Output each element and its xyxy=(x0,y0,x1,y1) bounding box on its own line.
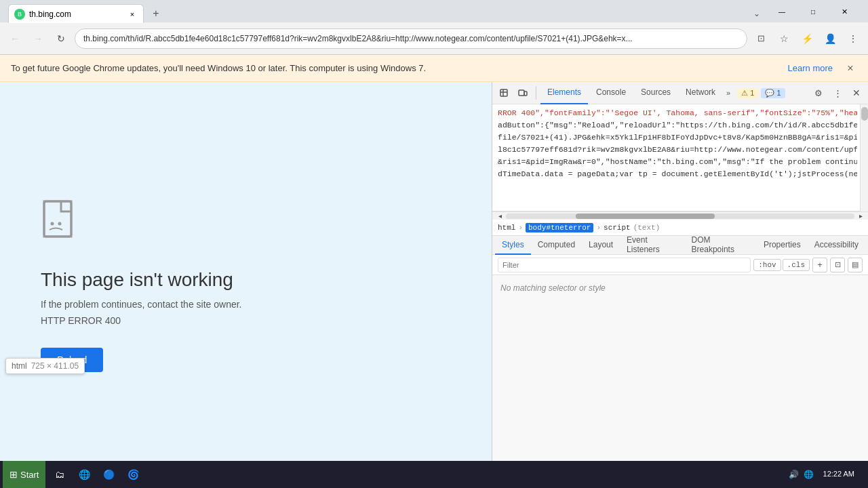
active-tab[interactable]: B th.bing.com × xyxy=(8,4,144,23)
taskbar-icon-3: 🔵 xyxy=(102,468,115,481)
html-tag-label: html xyxy=(12,361,27,371)
breadcrumb-body[interactable]: body#tneterror xyxy=(526,223,593,232)
devtools-tab-console[interactable]: Console xyxy=(589,82,633,104)
windows-icon: ⊞ xyxy=(9,469,18,480)
cls-button[interactable]: .cls xyxy=(783,259,810,271)
error-icon xyxy=(41,198,81,253)
bookmark-button[interactable]: ☆ xyxy=(774,29,793,48)
taskbar-clock: 12:22 AM xyxy=(818,469,860,479)
styles-tabs: Styles Computed Layout Event Listeners D… xyxy=(492,236,868,255)
code-scrollbar-thumb[interactable] xyxy=(861,107,868,121)
device-toolbar-button[interactable] xyxy=(514,84,532,102)
breadcrumb-text: (text) xyxy=(633,224,660,232)
styles-tab-computed[interactable]: Computed xyxy=(531,236,582,255)
browser-window: B th.bing.com × + ⌄ — □ ✕ ← → ↻ th.bing.… xyxy=(0,0,868,488)
error-title: This page isn't working xyxy=(41,269,233,291)
styles-tab-properties[interactable]: Properties xyxy=(757,236,808,255)
learn-more-link[interactable]: Learn more xyxy=(788,63,833,73)
styles-panel: Styles Computed Layout Event Listeners D… xyxy=(492,236,868,488)
profile-button[interactable]: 👤 xyxy=(821,29,840,48)
clock-time: 12:22 AM xyxy=(823,469,854,479)
maximize-button[interactable]: □ xyxy=(797,1,829,23)
styles-tab-accessibility[interactable]: Accessibility xyxy=(808,236,865,255)
svg-rect-7 xyxy=(524,92,527,96)
inspect-element-button[interactable] xyxy=(495,84,513,102)
tab-close-button[interactable]: × xyxy=(127,9,138,20)
error-subtitle: If the problem continues, contact the si… xyxy=(41,299,242,310)
error-code: HTTP ERROR 400 xyxy=(41,315,121,326)
back-button[interactable]: ← xyxy=(5,29,24,48)
scrollbar-track[interactable] xyxy=(506,214,854,219)
close-button[interactable]: ✕ xyxy=(829,1,860,23)
svg-rect-6 xyxy=(519,90,524,96)
taskbar-item-3[interactable]: 🔵 xyxy=(97,463,120,486)
code-line-4: l8c1c57797eff681d?rik=wv2m8kgvxlbE2A8&ri… xyxy=(495,144,857,156)
warning-badge[interactable]: ⚠ 1 xyxy=(737,88,758,98)
breadcrumb-html[interactable]: html xyxy=(498,224,515,232)
info-badge[interactable]: 💬 1 xyxy=(761,88,785,98)
html-tooltip: html 725 × 411.05 xyxy=(5,358,85,374)
add-style-button[interactable]: + xyxy=(812,258,827,272)
address-bar[interactable]: th.bing.com/th/id/R.abcc5db1fe4e60d18c1c… xyxy=(75,28,747,49)
cast-button[interactable]: ⊡ xyxy=(751,29,770,48)
start-label: Start xyxy=(20,470,39,480)
code-line-3: file/S7021+(41).JPG&ehk=x5Yk1lFp1HF8bIFo… xyxy=(495,131,857,144)
scroll-right-button[interactable]: ▸ xyxy=(854,212,867,220)
forward-button[interactable]: → xyxy=(28,29,47,48)
tab-bar: B th.bing.com × + ⌄ — □ ✕ xyxy=(3,0,865,23)
styles-tab-event-listeners[interactable]: Event Listeners xyxy=(620,236,684,255)
devtools-code[interactable]: RROR 400","fontFamily":"'Segoe UI', Taho… xyxy=(492,104,860,211)
tab-favicon: B xyxy=(14,9,25,20)
tab-expand-button[interactable]: ⌄ xyxy=(747,4,766,23)
devtools-tab-elements[interactable]: Elements xyxy=(540,82,588,104)
devtools-more-button[interactable]: ⋮ xyxy=(829,84,846,102)
extensions-button[interactable]: ⚡ xyxy=(797,29,816,48)
toggle-classes[interactable]: ▤ xyxy=(848,258,863,272)
taskbar: ⊞ Start 🗂 🌐 🔵 🌀 🔊 🌐 12:22 AM xyxy=(0,461,868,488)
code-vertical-scrollbar[interactable] xyxy=(860,104,868,211)
styles-tab-dom-breakpoints[interactable]: DOM Breakpoints xyxy=(685,236,757,255)
taskbar-item-4[interactable]: 🌀 xyxy=(121,463,144,486)
styles-tab-styles[interactable]: Styles xyxy=(495,236,531,255)
breadcrumb-script[interactable]: script xyxy=(604,224,631,232)
devtools-close-button[interactable]: ✕ xyxy=(848,84,865,102)
menu-button[interactable]: ⋮ xyxy=(844,29,863,48)
no-matching-selector: No matching selector or style xyxy=(492,275,868,301)
new-tab-button[interactable]: + xyxy=(146,4,165,23)
taskbar-item-2[interactable]: 🌐 xyxy=(73,463,96,486)
taskbar-items: 🗂 🌐 🔵 🌀 xyxy=(45,463,782,486)
toggle-element-state[interactable]: ⊡ xyxy=(830,258,845,272)
devtools-tab-sources[interactable]: Sources xyxy=(634,82,677,104)
start-button[interactable]: ⊞ Start xyxy=(3,461,45,488)
devtools-code-container: RROR 400","fontFamily":"'Segoe UI', Taho… xyxy=(492,104,868,220)
tray-icon-sound[interactable]: 🔊 xyxy=(788,468,800,481)
svg-rect-0 xyxy=(44,201,71,237)
scroll-left-button[interactable]: ◂ xyxy=(494,212,506,220)
devtools-settings-button[interactable]: ⚙ xyxy=(810,84,827,102)
breadcrumb-sep-1: › xyxy=(518,224,523,232)
taskbar-icon-1: 🗂 xyxy=(54,468,66,481)
minimize-button[interactable]: — xyxy=(766,1,797,23)
taskbar-item-1[interactable]: 🗂 xyxy=(48,463,71,486)
tray-icon-network[interactable]: 🌐 xyxy=(803,468,815,481)
info-bar-close-button[interactable]: × xyxy=(844,62,857,75)
filter-row: :hov .cls + ⊡ ▤ xyxy=(492,255,868,275)
code-line-1: RROR 400","fontFamily":"'Segoe UI', Taho… xyxy=(495,107,857,119)
devtools-badges: ⚠ 1 💬 1 xyxy=(737,88,785,98)
devtools-panel: Elements Console Sources Network » ⚠ 1 💬… xyxy=(492,82,868,488)
element-breadcrumb: html › body#tneterror › script (text) xyxy=(492,220,868,236)
svg-point-2 xyxy=(58,222,62,226)
filter-input[interactable] xyxy=(498,258,751,272)
code-horizontal-scrollbar[interactable]: ◂ ▸ xyxy=(492,211,868,220)
devtools-tab-network[interactable]: Network xyxy=(679,82,722,104)
devtools-more-tabs-button[interactable]: » xyxy=(724,89,733,97)
title-bar: B th.bing.com × + ⌄ — □ ✕ xyxy=(0,0,868,22)
svg-point-1 xyxy=(51,222,54,226)
browser-toolbar: ← → ↻ th.bing.com/th/id/R.abcc5db1fe4e60… xyxy=(0,22,868,55)
info-bar: To get future Google Chrome updates, you… xyxy=(0,55,868,82)
pseudo-buttons: :hov .cls xyxy=(753,259,810,271)
styles-tab-layout[interactable]: Layout xyxy=(582,236,620,255)
reload-button[interactable]: ↻ xyxy=(52,29,71,48)
taskbar-icon-2: 🌐 xyxy=(78,468,90,481)
hov-button[interactable]: :hov xyxy=(753,259,781,271)
